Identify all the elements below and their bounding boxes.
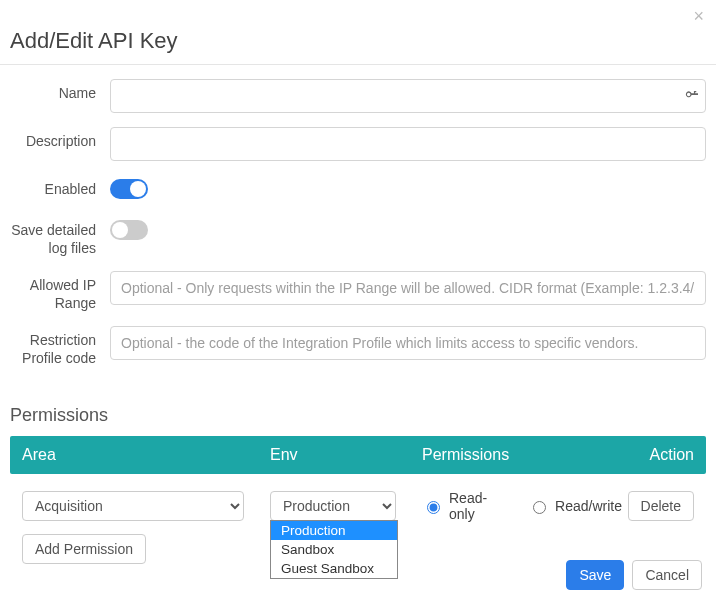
env-option-guest-sandbox[interactable]: Guest Sandbox [271,559,397,578]
log-files-toggle[interactable] [110,220,148,240]
col-env-header: Env [270,446,422,464]
description-label: Description [10,127,110,151]
ip-range-input[interactable] [110,271,706,305]
col-area-header: Area [22,446,270,464]
profile-code-input[interactable] [110,326,706,360]
env-select[interactable]: Production [270,491,396,521]
close-button[interactable]: × [693,6,704,27]
readwrite-radio[interactable] [533,501,546,514]
dialog-title: Add/Edit API Key [0,0,716,65]
permissions-title: Permissions [0,405,716,436]
ip-range-label: Allowed IP Range [10,271,110,312]
env-option-production[interactable]: Production [271,521,397,540]
col-action-header: Action [622,446,694,464]
save-button[interactable]: Save [566,560,624,590]
delete-button[interactable]: Delete [628,491,694,521]
enabled-toggle[interactable] [110,179,148,199]
env-option-sandbox[interactable]: Sandbox [271,540,397,559]
name-input[interactable] [110,79,706,113]
readonly-label: Read-only [449,490,512,522]
col-perm-header: Permissions [422,446,622,464]
env-dropdown-list: Production Sandbox Guest Sandbox [270,520,398,579]
profile-code-label: Restriction Profile code [10,326,110,367]
description-input[interactable] [110,127,706,161]
cancel-button[interactable]: Cancel [632,560,702,590]
readonly-radio[interactable] [427,501,440,514]
enabled-label: Enabled [10,175,110,199]
area-select[interactable]: Acquisition [22,491,244,521]
permission-row: Acquisition Production Read-only Read/wr… [10,474,706,530]
readwrite-label: Read/write [555,498,622,514]
name-label: Name [10,79,110,103]
add-permission-button[interactable]: Add Permission [22,534,146,564]
log-files-label: Save detailed log files [10,216,110,257]
